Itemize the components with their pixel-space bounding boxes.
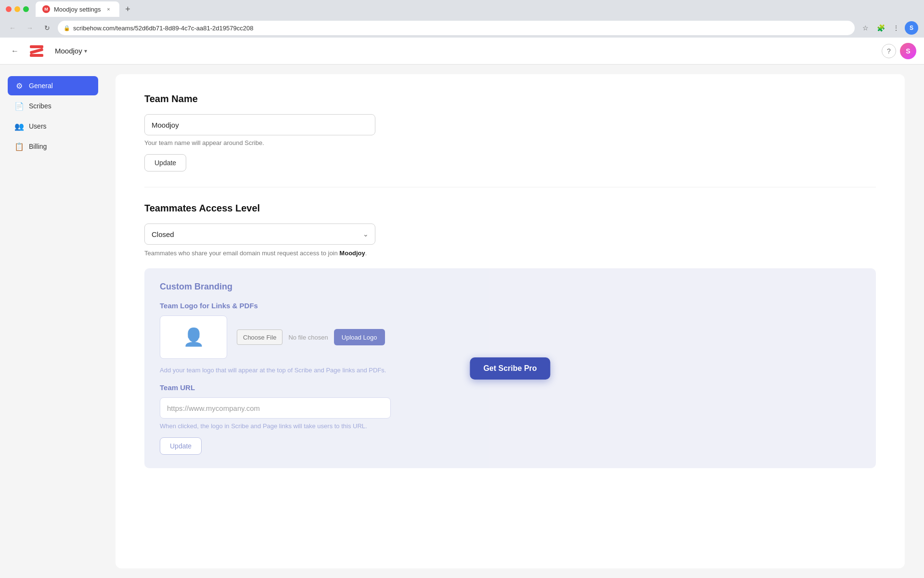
content-area: Team Name Your team name will appear aro… xyxy=(116,74,905,568)
upload-placeholder-icon: 👤 xyxy=(183,327,205,347)
get-pro-overlay: Get Scribe Pro xyxy=(470,357,550,380)
active-tab[interactable]: M Moodjoy settings × xyxy=(36,1,119,17)
tab-favicon: M xyxy=(42,5,50,13)
extensions-btn[interactable]: 🧩 xyxy=(874,21,887,35)
access-level-select-wrapper: Closed Open ⌄ xyxy=(144,223,375,245)
logo-upload-row: 👤 Choose File No file chosen Upload Logo xyxy=(160,315,860,359)
teammates-hint: Teammates who share your email domain mu… xyxy=(144,250,876,257)
team-url-title: Team URL xyxy=(160,383,860,392)
url-hint: When clicked, the logo in Scribe and Pag… xyxy=(160,422,860,430)
scribes-icon: 📄 xyxy=(14,101,24,111)
file-input-group: Choose File No file chosen Upload Logo xyxy=(237,329,385,345)
sidebar-label-general: General xyxy=(29,82,53,90)
browser-profile-btn[interactable]: S xyxy=(905,21,918,35)
sidebar-item-scribes[interactable]: 📄 Scribes xyxy=(8,96,98,116)
user-avatar[interactable]: S xyxy=(900,43,916,59)
app-logo xyxy=(28,42,45,60)
team-logo-title: Team Logo for Links & PDFs xyxy=(160,302,860,310)
sidebar-label-scribes: Scribes xyxy=(29,102,51,110)
sidebar: ⚙ General 📄 Scribes 👥 Users 📋 Billing xyxy=(0,65,106,578)
back-nav-btn[interactable]: ← xyxy=(6,21,19,35)
hint-team-name: Moodjoy xyxy=(339,250,365,257)
access-level-select[interactable]: Closed Open xyxy=(144,223,375,245)
no-file-text: No file chosen xyxy=(288,334,328,341)
users-icon: 👥 xyxy=(14,121,24,131)
team-selector[interactable]: Moodjoy ▾ xyxy=(51,45,91,57)
maximize-window-btn[interactable] xyxy=(23,6,29,12)
chevron-down-icon: ▾ xyxy=(84,48,87,54)
svg-rect-2 xyxy=(30,54,43,57)
gear-icon: ⚙ xyxy=(14,81,24,91)
team-name-update-btn[interactable]: Update xyxy=(144,154,186,171)
forward-nav-btn[interactable]: → xyxy=(23,21,37,35)
billing-icon: 📋 xyxy=(14,142,24,151)
tab-title: Moodjoy settings xyxy=(54,6,101,13)
team-name-input[interactable] xyxy=(144,114,375,135)
access-level-title: Teammates Access Level xyxy=(144,203,876,214)
team-name-hint: Your team name will appear around Scribe… xyxy=(144,139,876,146)
custom-branding-container: Custom Branding Team Logo for Links & PD… xyxy=(144,268,876,468)
sidebar-item-users[interactable]: 👥 Users xyxy=(8,117,98,136)
sidebar-label-users: Users xyxy=(29,122,47,130)
team-name-section-title: Team Name xyxy=(144,93,876,105)
url-text: scribehow.com/teams/52d6db71-8d89-4c7c-a… xyxy=(73,25,253,32)
url-update-btn[interactable]: Update xyxy=(160,437,202,455)
team-url-input[interactable] xyxy=(160,397,391,419)
svg-rect-0 xyxy=(30,45,43,48)
logo-preview-box: 👤 xyxy=(160,315,227,359)
team-selector-label: Moodjoy xyxy=(55,47,82,55)
tab-close-btn[interactable]: × xyxy=(105,5,113,13)
close-window-btn[interactable] xyxy=(6,6,12,12)
app-back-btn[interactable]: ← xyxy=(8,44,22,58)
help-btn[interactable]: ? xyxy=(882,44,896,58)
minimize-window-btn[interactable] xyxy=(14,6,20,12)
sidebar-item-billing[interactable]: 📋 Billing xyxy=(8,137,98,156)
get-scribe-pro-btn[interactable]: Get Scribe Pro xyxy=(470,357,550,380)
menu-btn[interactable]: ⋮ xyxy=(889,21,903,35)
sidebar-label-billing: Billing xyxy=(29,143,47,150)
reload-btn[interactable]: ↻ xyxy=(40,21,54,35)
bookmark-btn[interactable]: ☆ xyxy=(859,21,872,35)
upload-logo-btn[interactable]: Upload Logo xyxy=(334,329,385,345)
address-bar[interactable]: 🔒 scribehow.com/teams/52d6db71-8d89-4c7c… xyxy=(58,21,855,35)
custom-branding-title: Custom Branding xyxy=(160,282,860,292)
choose-file-btn[interactable]: Choose File xyxy=(237,329,282,345)
traffic-lights xyxy=(6,6,29,12)
svg-rect-1 xyxy=(30,48,44,54)
sidebar-item-general[interactable]: ⚙ General xyxy=(8,76,98,95)
app-topbar: ← Moodjoy ▾ ? S xyxy=(0,38,924,65)
new-tab-btn[interactable]: + xyxy=(121,2,135,16)
lock-icon: 🔒 xyxy=(64,25,70,31)
